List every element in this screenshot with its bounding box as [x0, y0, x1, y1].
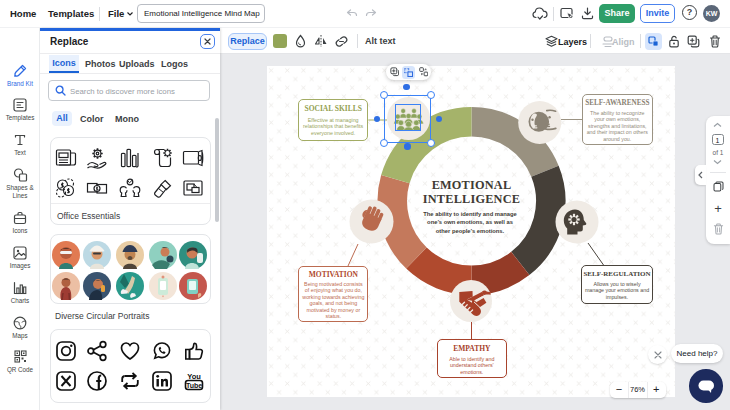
svg-text:Tube: Tube: [186, 382, 202, 389]
svg-text:You: You: [187, 372, 201, 381]
